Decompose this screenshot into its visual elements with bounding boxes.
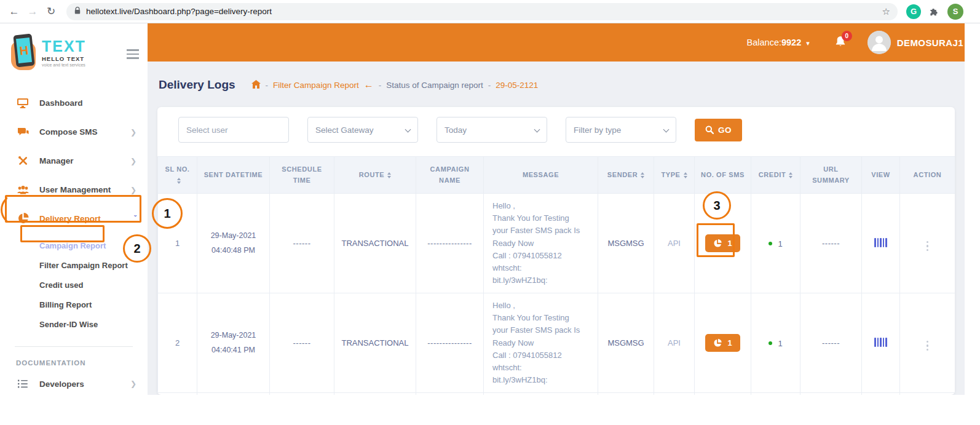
balance-value: 9922: [781, 38, 801, 47]
sort-arrows-icon[interactable]: [789, 172, 792, 178]
cell-url-summary: ------: [800, 293, 862, 393]
column-header[interactable]: CREDIT: [751, 157, 800, 194]
column-header: URL SUMMARY: [800, 157, 862, 194]
logo[interactable]: H TEXT HELLO TEXT voice and text service…: [0, 23, 148, 76]
cell-campaign-name: ---------------: [416, 194, 484, 293]
browser-reload-icon[interactable]: ↻: [42, 5, 60, 18]
extensions-puzzle-icon[interactable]: [928, 6, 939, 17]
browser-profile-avatar[interactable]: S: [947, 4, 963, 20]
tools-icon: [16, 155, 30, 167]
annotation-box-delivery-report: [5, 195, 141, 223]
column-header[interactable]: SENDER: [598, 157, 654, 194]
browser-forward-icon[interactable]: →: [23, 6, 42, 18]
delivery-logs-table: SL NO.SENT DATETIMESCHEDULE TIMEROUTECAM…: [157, 156, 955, 395]
sidebar-item-dashboard[interactable]: Dashboard: [0, 89, 148, 117]
notifications-button[interactable]: 0: [834, 35, 847, 50]
logo-subtitle: HELLO TEXT: [42, 56, 86, 62]
go-button[interactable]: GO: [695, 119, 742, 141]
main-content: Balance:9922 ▾ 0 DEMOSURAJ1 Delivery Log…: [148, 23, 965, 395]
date-range-select[interactable]: Today: [437, 117, 547, 143]
sidebar-toggle-icon[interactable]: [127, 47, 139, 59]
submenu-item-credit-used[interactable]: Credit used: [39, 275, 148, 295]
caret-down-icon: ▾: [806, 39, 810, 47]
home-icon[interactable]: [251, 80, 261, 90]
cell-credit: 1: [751, 293, 800, 393]
sidebar-item-developers[interactable]: Developers ❯: [0, 370, 148, 395]
breadcrumb-date: 29-05-2121: [496, 81, 538, 90]
sort-arrows-icon[interactable]: [387, 172, 391, 178]
type-filter-select[interactable]: Filter by type: [566, 117, 676, 143]
cell-route: TRANSACTIONAL: [334, 293, 416, 393]
column-header: MESSAGE: [484, 157, 598, 194]
cell-sent-datetime: 29-May-2021 04:40:48 PM: [197, 194, 270, 293]
select-user-input[interactable]: [178, 117, 289, 143]
view-report-icon[interactable]: [874, 238, 887, 247]
sort-arrows-icon[interactable]: [641, 172, 644, 178]
column-header[interactable]: ROUTE: [334, 157, 416, 194]
sidebar-item-compose-sms[interactable]: Compose SMS ❯: [0, 117, 148, 146]
submenu-item-sender-id-wise[interactable]: Sender-ID Wise: [39, 314, 148, 334]
cell-view: [862, 293, 900, 393]
table-row: 129-May-2021 04:40:48 PM------TRANSACTIO…: [158, 194, 955, 293]
cell-route: TRANSACTIONAL: [334, 194, 416, 293]
user-avatar[interactable]: [867, 31, 891, 54]
balance-dropdown[interactable]: Balance:9922 ▾: [747, 38, 810, 47]
sort-arrows-icon[interactable]: [684, 172, 687, 178]
chevron-down-icon: [663, 127, 670, 133]
grammarly-extension-icon[interactable]: G: [906, 4, 921, 19]
annotation-circle-2: 2: [123, 234, 151, 263]
search-icon: [705, 125, 714, 134]
action-menu-icon[interactable]: [927, 341, 929, 351]
sort-arrows-icon[interactable]: [177, 178, 181, 184]
users-icon: [16, 185, 30, 195]
sidebar-item-label: Compose SMS: [39, 127, 98, 137]
annotation-box-campaign-report: [20, 225, 105, 242]
monitor-icon: [16, 98, 30, 109]
bookmark-star-icon[interactable]: ☆: [882, 6, 890, 17]
logo-hand-phone-icon: H: [10, 33, 38, 73]
username-label[interactable]: DEMOSURAJ1: [897, 38, 963, 48]
view-report-icon[interactable]: [874, 338, 887, 347]
column-header[interactable]: TYPE: [654, 157, 695, 194]
column-header: SCHEDULE TIME: [270, 157, 334, 194]
cell-schedule-time: ------: [270, 194, 334, 293]
chevron-down-icon: [405, 127, 411, 133]
cell-message: Hello , Thank You for Testing your Faste…: [484, 293, 598, 393]
back-arrow-icon: ←: [364, 79, 374, 90]
filter-bar: Select Gateway Today Filter by type GO: [157, 117, 955, 156]
breadcrumb-status: Status of Campaign report: [386, 81, 483, 90]
cell-sent-datetime: 29-May-2021 04:40:41 PM: [197, 293, 270, 393]
table-row: 229-May-2021 04:40:41 PM------TRANSACTIO…: [158, 293, 955, 393]
cell-no-of-sms: 1: [695, 293, 751, 393]
cell-url-summary: ------: [800, 194, 862, 293]
browser-back-icon[interactable]: ←: [5, 6, 23, 18]
pie-chart-icon: [713, 339, 722, 348]
chat-bubbles-icon: [16, 127, 30, 138]
list-icon: [16, 379, 30, 389]
cell-sender: MSGMSG: [598, 293, 654, 393]
gateway-select[interactable]: Select Gateway: [307, 117, 418, 143]
sidebar-item-label: Developers: [39, 379, 84, 389]
sms-count-button[interactable]: 1: [705, 334, 740, 352]
cell-type: API: [654, 194, 695, 293]
chevron-right-icon: ❯: [130, 157, 136, 165]
breadcrumb-link-filter-campaign-report[interactable]: Filter Campaign Report: [273, 81, 359, 90]
app-window: H TEXT HELLO TEXT voice and text service…: [0, 23, 965, 395]
submenu-item-billing-report[interactable]: Billing Report: [39, 295, 148, 314]
address-bar[interactable]: hellotext.live/Dashboard.php?page=delive…: [66, 3, 898, 20]
action-menu-icon[interactable]: [927, 241, 929, 252]
cell-sender: MSGMSG: [598, 194, 654, 293]
cell-sl-no: 2: [158, 293, 197, 393]
cell-credit: 1: [751, 194, 800, 293]
cell-type: API: [654, 293, 695, 393]
report-card: Select Gateway Today Filter by type GO: [157, 107, 955, 395]
logo-title: TEXT: [42, 39, 86, 54]
annotation-circle-1: 1: [152, 198, 183, 229]
column-header: ACTION: [900, 157, 955, 194]
table-row: [158, 393, 955, 395]
breadcrumb: Delivery Logs - Filter Campaign Report ←…: [148, 62, 965, 96]
sidebar-item-manager[interactable]: Manager ❯: [0, 146, 148, 175]
select-user-field[interactable]: [186, 125, 281, 135]
column-header[interactable]: SL NO.: [158, 157, 197, 194]
notification-badge: 0: [842, 31, 852, 41]
